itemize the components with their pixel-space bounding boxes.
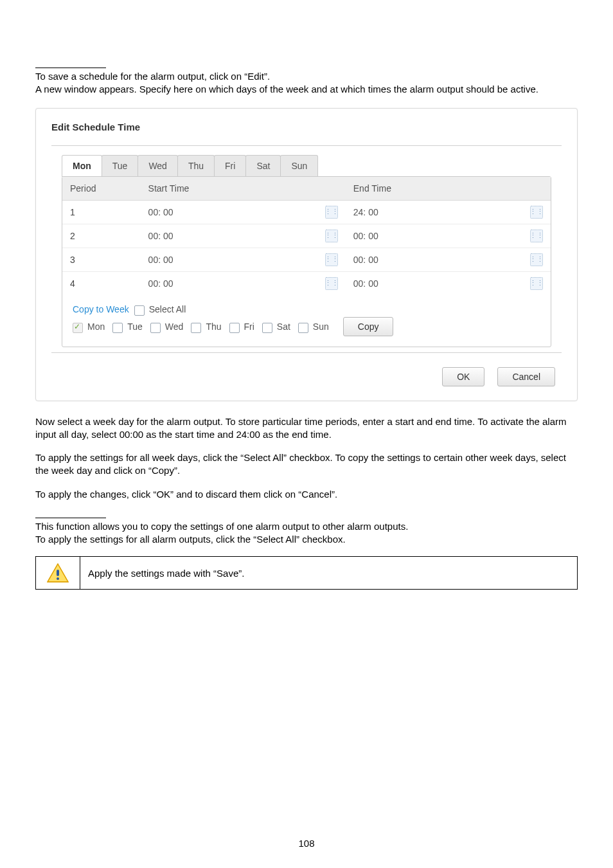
- tab-wed[interactable]: Wed: [138, 155, 178, 176]
- start-time-value[interactable]: 00: 00: [148, 207, 321, 217]
- select-all-checkbox[interactable]: [134, 305, 145, 316]
- info-note-text: Apply the settings made with “Save”.: [80, 557, 578, 590]
- period-cell: 1: [62, 200, 141, 224]
- edit-schedule-dialog: Edit Schedule Time Mon Tue Wed Thu Fri S…: [35, 108, 578, 401]
- copy-day-sun-checkbox[interactable]: [298, 323, 308, 333]
- col-end: End Time: [346, 177, 551, 201]
- copy-day-tue-label: Tue: [127, 321, 143, 332]
- warning-info-icon: [47, 563, 69, 583]
- copy-day-thu-label: Thu: [206, 321, 221, 332]
- start-time-cell: 00: 00⋮⋮: [141, 248, 346, 271]
- body-p5: To apply the settings for all alarm outp…: [35, 533, 578, 546]
- end-time-cell: 00: 00⋮⋮: [346, 248, 551, 271]
- dialog-inner: Mon Tue Wed Thu Fri Sat Sun Period Start…: [51, 145, 562, 353]
- copy-day-thu-checkbox[interactable]: [191, 323, 201, 333]
- tab-thu[interactable]: Thu: [177, 155, 215, 176]
- copy-day-wed-label: Wed: [165, 321, 184, 332]
- end-time-cell: 00: 00⋮⋮: [346, 271, 551, 295]
- time-stepper-icon[interactable]: ⋮⋮: [325, 206, 338, 219]
- copy-day-sat-checkbox[interactable]: [262, 323, 272, 333]
- copy-day-sat-label: Sat: [277, 321, 290, 332]
- select-all-label: Select All: [149, 304, 186, 314]
- day-tabs: Mon Tue Wed Thu Fri Sat Sun: [62, 155, 317, 177]
- copy-day-mon-checkbox: [73, 323, 83, 333]
- end-time-value[interactable]: 00: 00: [353, 231, 526, 241]
- end-time-value[interactable]: 00: 00: [353, 255, 526, 265]
- period-cell: 2: [62, 224, 141, 248]
- section-divider-2: [35, 518, 106, 518]
- copy-to-week-row: Copy to Week Select All: [73, 304, 540, 314]
- tab-mon[interactable]: Mon: [62, 155, 102, 176]
- time-stepper-icon[interactable]: ⋮⋮: [530, 277, 543, 290]
- tab-tue[interactable]: Tue: [102, 155, 139, 176]
- ok-button[interactable]: OK: [442, 367, 484, 386]
- start-time-cell: 00: 00⋮⋮: [141, 224, 346, 248]
- copy-day-mon-label: Mon: [87, 321, 105, 332]
- time-stepper-icon[interactable]: ⋮⋮: [530, 253, 543, 266]
- table-row: 100: 00⋮⋮24: 00⋮⋮: [62, 200, 551, 224]
- table-row: 200: 00⋮⋮00: 00⋮⋮: [62, 224, 551, 248]
- table-row: 300: 00⋮⋮00: 00⋮⋮: [62, 248, 551, 271]
- time-stepper-icon[interactable]: ⋮⋮: [530, 206, 543, 219]
- copy-day-sun-label: Sun: [313, 321, 329, 332]
- body-p3: To apply the changes, click “OK” and to …: [35, 488, 578, 501]
- body-p2: To apply the settings for all week days,…: [35, 451, 578, 478]
- start-time-value[interactable]: 00: 00: [148, 278, 321, 289]
- period-cell: 3: [62, 248, 141, 271]
- intro-line-1: To save a schedule for the alarm output,…: [35, 70, 578, 83]
- start-time-cell: 00: 00⋮⋮: [141, 200, 346, 224]
- cancel-button[interactable]: Cancel: [497, 367, 555, 386]
- body-p4: This function allows you to copy the set…: [35, 520, 578, 533]
- start-time-value[interactable]: 00: 00: [148, 231, 321, 241]
- copy-days-row: Mon Tue Wed Thu Fri Sat Sun Copy: [73, 317, 540, 336]
- start-time-value[interactable]: 00: 00: [148, 255, 321, 265]
- intro-line-2: A new window appears. Specify here on wh…: [35, 83, 578, 96]
- copy-day-tue-checkbox[interactable]: [112, 323, 123, 333]
- start-time-cell: 00: 00⋮⋮: [141, 271, 346, 295]
- tab-sun[interactable]: Sun: [280, 155, 318, 176]
- copy-to-week-label: Copy to Week: [73, 304, 129, 314]
- info-icon-cell: [36, 557, 80, 590]
- time-stepper-icon[interactable]: ⋮⋮: [325, 230, 338, 242]
- end-time-cell: 24: 00⋮⋮: [346, 200, 551, 224]
- svg-rect-2: [57, 570, 59, 576]
- intro-text: To save a schedule for the alarm output,…: [35, 70, 578, 96]
- table-row: 400: 00⋮⋮00: 00⋮⋮: [62, 271, 551, 295]
- svg-point-3: [57, 577, 59, 580]
- tab-fri[interactable]: Fri: [214, 155, 246, 176]
- time-stepper-icon[interactable]: ⋮⋮: [325, 277, 338, 290]
- copy-day-fri-label: Fri: [244, 321, 254, 332]
- end-time-value[interactable]: 00: 00: [353, 278, 526, 289]
- page-number: 108: [0, 838, 613, 849]
- copy-day-wed-checkbox[interactable]: [150, 323, 161, 333]
- body-p1: Now select a week day for the alarm outp…: [35, 415, 578, 442]
- tab-sat[interactable]: Sat: [245, 155, 281, 176]
- copy-day-fri-checkbox[interactable]: [229, 323, 240, 333]
- schedule-table: Period Start Time End Time 100: 00⋮⋮24: …: [62, 177, 551, 295]
- copy-button[interactable]: Copy: [343, 317, 394, 336]
- time-stepper-icon[interactable]: ⋮⋮: [325, 253, 338, 266]
- tab-body: Period Start Time End Time 100: 00⋮⋮24: …: [62, 176, 551, 347]
- dialog-actions: OK Cancel: [51, 367, 562, 386]
- time-stepper-icon[interactable]: ⋮⋮: [530, 230, 543, 242]
- body-text: Now select a week day for the alarm outp…: [35, 415, 578, 547]
- end-time-cell: 00: 00⋮⋮: [346, 224, 551, 248]
- end-time-value[interactable]: 24: 00: [353, 207, 526, 217]
- col-period: Period: [62, 177, 141, 201]
- col-start: Start Time: [141, 177, 346, 201]
- period-cell: 4: [62, 271, 141, 295]
- info-note-table: Apply the settings made with “Save”.: [35, 556, 578, 590]
- dialog-title: Edit Schedule Time: [51, 122, 562, 132]
- section-divider: [35, 68, 106, 68]
